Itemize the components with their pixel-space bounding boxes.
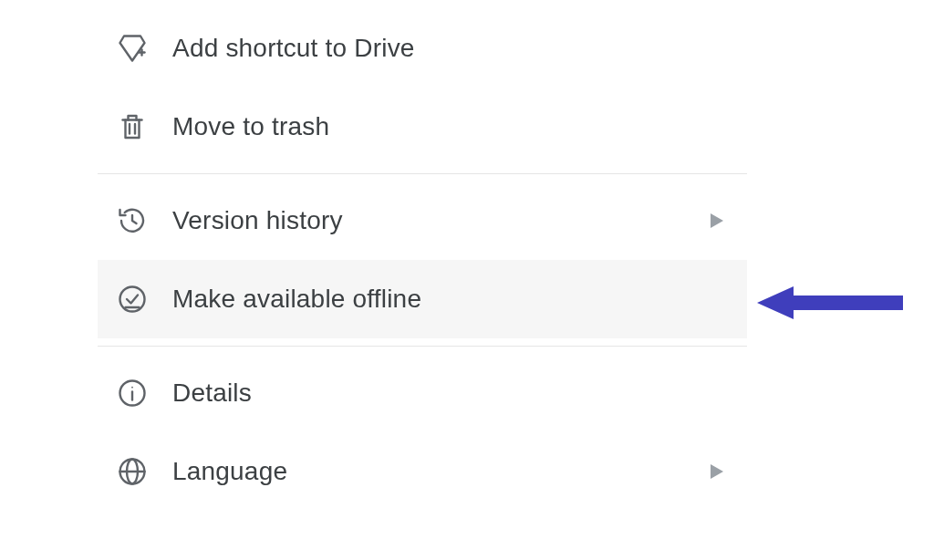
- chevron-right-icon: [711, 464, 723, 479]
- menu-item-label: Version history: [172, 206, 711, 235]
- menu-item-add-shortcut[interactable]: Add shortcut to Drive: [98, 9, 747, 88]
- menu-item-label: Language: [172, 457, 711, 486]
- divider: [98, 173, 747, 174]
- info-icon: [116, 377, 149, 410]
- globe-icon: [116, 455, 149, 488]
- menu-item-language[interactable]: Language: [98, 432, 747, 511]
- chevron-right-icon: [711, 213, 723, 228]
- menu-item-label: Add shortcut to Drive: [172, 34, 729, 63]
- menu-item-label: Move to trash: [172, 112, 729, 141]
- menu-item-move-to-trash[interactable]: Move to trash: [98, 88, 747, 166]
- context-menu: Add shortcut to Drive Move to trash Vers…: [98, 9, 747, 511]
- menu-item-make-available-offline[interactable]: Make available offline: [98, 260, 747, 338]
- svg-marker-12: [757, 286, 903, 319]
- history-icon: [116, 204, 149, 237]
- menu-item-version-history[interactable]: Version history: [98, 181, 747, 260]
- divider: [98, 346, 747, 347]
- menu-item-label: Make available offline: [172, 285, 729, 314]
- menu-item-details[interactable]: Details: [98, 354, 747, 432]
- annotation-arrow: [757, 283, 903, 323]
- drive-add-icon: [116, 32, 149, 65]
- trash-icon: [116, 110, 149, 143]
- svg-point-8: [131, 387, 133, 389]
- menu-item-label: Details: [172, 379, 729, 408]
- offline-icon: [116, 283, 149, 316]
